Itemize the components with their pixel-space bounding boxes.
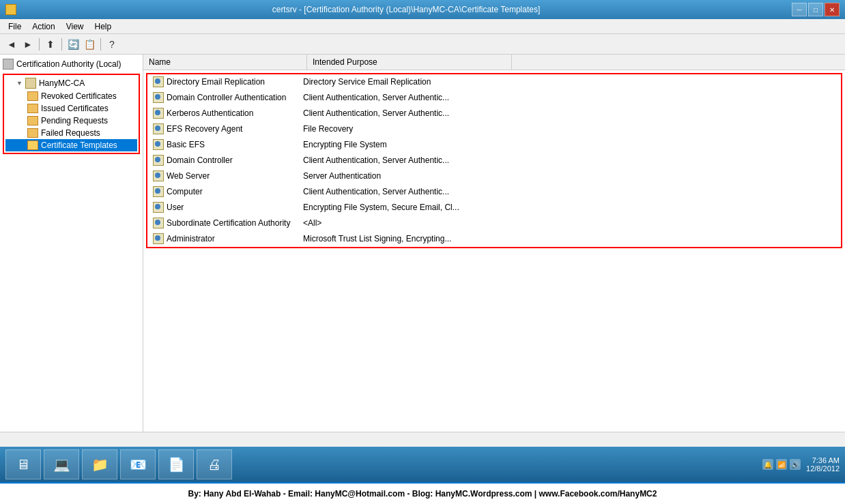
up-button[interactable]: ⬆ <box>43 37 58 52</box>
menu-help[interactable]: Help <box>89 20 117 33</box>
list-row[interactable]: Subordinate Certification Authority<All> <box>147 216 841 231</box>
menu-file[interactable]: File <box>3 20 27 33</box>
tree-pending-label: Pending Requests <box>41 116 108 125</box>
tree-templates-label: Certificate Templates <box>41 140 117 150</box>
col-header-name[interactable]: Name <box>143 55 307 70</box>
list-row-name-text: Domain Controller Authentication <box>167 93 286 102</box>
list-row-name-text: Subordinate Certification Authority <box>167 218 290 228</box>
tree-root-node[interactable]: Certification Authority (Local) <box>0 57 143 71</box>
taskbar: 🖥 💻 📁 📧 📄 🖨 🔔 📶 🔊 7:36 AM 12/8/2012 <box>0 447 845 482</box>
tree-issued[interactable]: Issued Certificates <box>5 102 137 115</box>
list-cell-purpose: Client Authentication, Server Authentic.… <box>300 155 491 166</box>
computer-icon <box>3 59 14 70</box>
menu-bar: File Action View Help <box>0 19 845 34</box>
list-content: Directory Email ReplicationDirectory Ser… <box>143 70 845 432</box>
tree-panel: Certification Authority (Local) ▼ HanyMC… <box>0 55 143 432</box>
list-row[interactable]: Directory Email ReplicationDirectory Ser… <box>147 74 841 90</box>
list-row[interactable]: Web ServerServer Authentication <box>147 168 841 184</box>
list-cell-name: Basic EFS <box>150 138 300 151</box>
close-button[interactable]: ✕ <box>825 3 840 16</box>
back-button[interactable]: ◄ <box>4 37 19 52</box>
list-row[interactable]: EFS Recovery AgentFile Recovery <box>147 121 841 137</box>
app-icon <box>5 4 16 15</box>
system-tray: 🔔 📶 🔊 <box>762 459 801 470</box>
folder-icon-revoked <box>27 91 38 101</box>
list-row[interactable]: ComputerClient Authentication, Server Au… <box>147 184 841 200</box>
toolbar: ◄ ► ⬆ 🔄 📋 ? <box>0 34 845 55</box>
taskbar-btn-1[interactable]: 💻 <box>44 449 79 479</box>
footer-text: By: Hany Abd El-Wahab - Email: HanyMC@Ho… <box>188 489 657 499</box>
maximize-button[interactable]: □ <box>808 3 823 16</box>
list-cell-purpose: Client Authentication, Server Authentic.… <box>300 108 491 119</box>
taskbar-btn-3[interactable]: 📧 <box>120 449 156 479</box>
clock-time: 7:36 AM <box>806 456 840 464</box>
list-cell-purpose: Client Authentication, Server Authentic.… <box>300 186 491 197</box>
title-bar: certsrv - [Certification Authority (Loca… <box>0 0 845 19</box>
folder-icon-failed <box>27 128 38 138</box>
tree-pending[interactable]: Pending Requests <box>5 115 137 127</box>
col-header-purpose[interactable]: Intended Purpose <box>307 55 512 70</box>
list-cell-name: Kerberos Authentication <box>150 107 300 119</box>
expand-arrow: ▼ <box>16 80 23 87</box>
refresh-button[interactable]: 🔄 <box>66 37 81 52</box>
tree-ca-node[interactable]: ▼ HanyMC-CA <box>5 76 137 90</box>
taskbar-btn-2[interactable]: 📁 <box>82 449 117 479</box>
taskbar-buttons: 🖥 💻 📁 📧 📄 🖨 <box>5 449 232 479</box>
tray-icon-1: 📶 <box>776 459 787 470</box>
export-button[interactable]: 📋 <box>82 37 97 52</box>
list-cell-name: Domain Controller <box>150 154 300 166</box>
tray-icon-0: 🔔 <box>762 459 773 470</box>
list-row[interactable]: UserEncrypting File System, Secure Email… <box>147 200 841 216</box>
tree-ca-label: HanyMC-CA <box>39 78 85 88</box>
list-row[interactable]: Domain ControllerClient Authentication, … <box>147 153 841 168</box>
list-row-name-text: Kerberos Authentication <box>167 108 253 118</box>
help-button[interactable]: ? <box>104 37 119 52</box>
clock: 7:36 AM 12/8/2012 <box>806 456 840 473</box>
list-row-name-text: User <box>167 203 184 212</box>
taskbar-btn-0[interactable]: 🖥 <box>5 449 41 479</box>
list-row-name-text: Basic EFS <box>167 140 205 149</box>
list-row-name-text: EFS Recovery Agent <box>167 124 242 134</box>
list-row[interactable]: Domain Controller AuthenticationClient A… <box>147 90 841 106</box>
list-row[interactable]: Basic EFSEncrypting File System <box>147 137 841 153</box>
template-icon <box>153 186 164 197</box>
list-cell-name: Administrator <box>150 233 300 245</box>
list-row[interactable]: Kerberos AuthenticationClient Authentica… <box>147 106 841 121</box>
folder-icon-issued <box>27 104 38 113</box>
list-cell-name: Directory Email Replication <box>150 76 300 88</box>
template-icon <box>153 218 164 228</box>
footer: By: Hany Abd El-Wahab - Email: HanyMC@Ho… <box>0 482 845 504</box>
tree-revoked[interactable]: Revoked Certificates <box>5 90 137 102</box>
list-cell-purpose: Encrypting File System <box>300 139 491 150</box>
tree-issued-label: Issued Certificates <box>41 104 109 113</box>
template-icon <box>153 108 164 119</box>
tray-icon-2: 🔊 <box>790 459 801 470</box>
template-icon <box>153 139 164 150</box>
menu-action[interactable]: Action <box>27 20 60 33</box>
list-row-name-text: Directory Email Replication <box>167 77 265 87</box>
list-cell-name: Web Server <box>150 170 300 182</box>
list-cell-purpose: Server Authentication <box>300 171 491 181</box>
taskbar-btn-4[interactable]: 📄 <box>158 449 194 479</box>
toolbar-separator-3 <box>100 38 101 50</box>
list-cell-purpose: Microsoft Trust List Signing, Encrypting… <box>300 233 491 244</box>
clock-date: 12/8/2012 <box>806 464 840 473</box>
tree-failed[interactable]: Failed Requests <box>5 127 137 139</box>
list-cell-name: Domain Controller Authentication <box>150 91 300 104</box>
list-row[interactable]: AdministratorMicrosoft Trust List Signin… <box>147 231 841 247</box>
status-bar <box>0 432 845 447</box>
ca-icon <box>25 78 36 89</box>
taskbar-btn-5[interactable]: 🖨 <box>197 449 232 479</box>
toolbar-separator-1 <box>39 38 40 50</box>
tree-revoked-label: Revoked Certificates <box>41 91 117 101</box>
menu-view[interactable]: View <box>61 20 89 33</box>
template-icon <box>153 92 164 103</box>
forward-button[interactable]: ► <box>20 37 35 52</box>
list-row-name-text: Administrator <box>167 234 215 243</box>
template-icon <box>153 171 164 181</box>
minimize-button[interactable]: ─ <box>792 3 807 16</box>
tree-templates[interactable]: Certificate Templates <box>5 139 137 151</box>
toolbar-separator-2 <box>61 38 62 50</box>
list-cell-name: EFS Recovery Agent <box>150 123 300 135</box>
folder-icon-pending <box>27 116 38 125</box>
